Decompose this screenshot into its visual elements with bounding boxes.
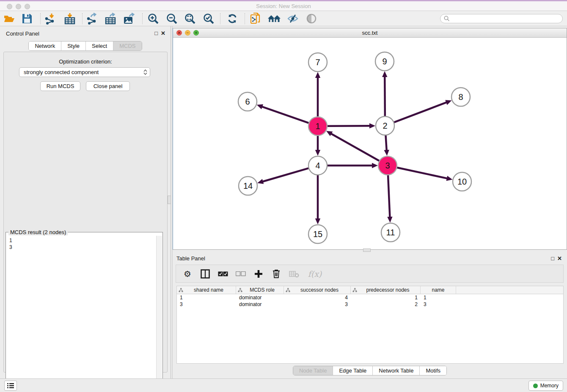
open-file-button[interactable]	[2, 12, 17, 25]
table-cell[interactable]: 4	[284, 294, 351, 301]
save-session-button[interactable]	[20, 12, 34, 25]
show-columns-button[interactable]	[200, 268, 211, 280]
graph-node-label: 11	[386, 228, 395, 237]
column-header-predecessor-nodes[interactable]: predecessor nodes	[351, 286, 421, 294]
graph-edge-3-11[interactable]	[388, 174, 390, 218]
graph-edge-1-6[interactable]	[261, 107, 310, 124]
memory-button[interactable]: Memory	[528, 381, 563, 391]
create-column-button[interactable]	[253, 268, 264, 280]
save-floppy-icon	[22, 13, 33, 24]
task-history-button[interactable]	[4, 381, 17, 391]
graph-edge-2-8[interactable]	[393, 102, 447, 122]
home-layout-button[interactable]	[267, 12, 281, 25]
graph-edge-arrowhead	[257, 104, 263, 109]
toolbar-separator	[82, 13, 83, 24]
run-mcds-button[interactable]: Run MCDS	[40, 81, 80, 91]
graph-edge-2-9[interactable]	[385, 76, 385, 117]
main-toolbar	[0, 11, 567, 26]
export-image-button[interactable]	[122, 12, 136, 25]
table-row[interactable]: 1dominator411	[177, 294, 563, 301]
tab-node-table[interactable]: Node Table	[293, 366, 333, 375]
hide-graphics-details-button[interactable]	[286, 12, 300, 25]
table-cell[interactable]: 1	[421, 294, 456, 301]
clone-network-button[interactable]	[248, 12, 263, 25]
import-network-button[interactable]	[43, 12, 58, 25]
column-header-name[interactable]: name	[421, 286, 456, 294]
table-row[interactable]: 3dominator323	[177, 301, 563, 308]
network-window-titlebar[interactable]: ✕ − + scc.txt	[173, 28, 567, 38]
horizontal-splitter-handle[interactable]	[363, 248, 371, 252]
table-settings-button[interactable]: ⚙	[182, 268, 193, 280]
graph-edge-arrowhead	[369, 123, 375, 128]
fx-icon: f(x)	[308, 269, 322, 279]
tab-mcds[interactable]: MCDS	[113, 41, 141, 50]
criterion-dropdown[interactable]: strongly connected component	[19, 67, 150, 77]
tab-edge-table[interactable]: Edge Table	[333, 366, 372, 375]
close-panel-button[interactable]: Close panel	[86, 81, 130, 91]
search-input[interactable]	[440, 14, 563, 23]
close-panel-icon[interactable]: ✕	[161, 30, 165, 36]
table-cell[interactable]: dominator	[236, 294, 284, 301]
export-network-button[interactable]	[85, 12, 99, 25]
control-panel: Control Panel □ ✕ Network Style Select M…	[0, 26, 171, 378]
table-cell[interactable]: 1	[351, 294, 421, 301]
import-table-button[interactable]	[63, 12, 77, 25]
result-scrollbar[interactable]	[156, 236, 162, 391]
float-table-panel-icon[interactable]: □	[551, 255, 554, 262]
gear-icon: ⚙	[184, 269, 191, 279]
refresh-layout-button[interactable]	[225, 12, 239, 25]
horizontal-splitter[interactable]	[173, 250, 567, 254]
graph-node-label: 2	[383, 121, 387, 130]
tab-select[interactable]: Select	[85, 41, 113, 50]
tab-motifs[interactable]: Motifs	[419, 366, 446, 375]
toolbar-separator	[245, 13, 245, 24]
graph-node-label: 3	[385, 161, 390, 170]
table-panel: Table Panel □ ✕ ⚙	[173, 254, 567, 378]
graph-edge-arrowhead	[315, 218, 320, 224]
delete-column-button[interactable]	[271, 268, 282, 280]
zoom-in-button[interactable]	[146, 12, 160, 25]
graph-edge-4-14[interactable]	[262, 168, 310, 182]
node-table-body: 1dominator4113dominator323	[177, 294, 563, 308]
unselect-all-columns-button[interactable]	[235, 268, 246, 280]
zoom-fit-button[interactable]	[183, 12, 197, 25]
column-header-mcds-role[interactable]: MCDS role	[236, 286, 284, 294]
column-header-shared-name[interactable]: shared name	[177, 286, 236, 294]
table-cell[interactable]: dominator	[236, 301, 284, 308]
vertical-splitter-handle[interactable]	[168, 196, 171, 204]
float-panel-icon[interactable]: □	[154, 30, 158, 36]
table-cell[interactable]: 1	[177, 294, 236, 301]
table-cell[interactable]: 3	[421, 301, 456, 308]
graph-edge-1-2[interactable]	[326, 126, 370, 126]
clone-network-icon	[250, 12, 261, 25]
zoom-out-button[interactable]	[165, 12, 179, 25]
show-graphics-details-button[interactable]	[304, 12, 319, 25]
network-graph: 1234678910111415	[173, 38, 567, 249]
optimization-criterion-label: Optimization criterion:	[4, 58, 167, 65]
export-table-button[interactable]	[103, 12, 118, 25]
export-network-icon	[86, 13, 99, 25]
graph-edge-arrowhead	[315, 72, 320, 78]
graph-edge-3-1[interactable]	[330, 133, 380, 161]
zoom-in-icon	[147, 13, 159, 25]
graph-edge-2-3[interactable]	[385, 134, 386, 151]
table-cell[interactable]: 2	[351, 301, 421, 308]
app-titlebar: Session: New Session	[0, 0, 567, 11]
tab-network-table[interactable]: Network Table	[372, 366, 419, 375]
graph-edge-3-10[interactable]	[396, 167, 448, 178]
column-header-successor-nodes[interactable]: successor nodes	[284, 286, 351, 294]
tab-style[interactable]: Style	[61, 41, 85, 50]
tab-network[interactable]: Network	[29, 41, 61, 50]
unchecked-boxes-icon	[236, 271, 246, 276]
close-table-panel-icon[interactable]: ✕	[557, 255, 562, 262]
node-table: shared name MCDS role successor nodes pr…	[176, 286, 564, 364]
plus-icon	[254, 270, 263, 278]
checked-boxes-icon	[218, 271, 228, 276]
table-cell[interactable]: 3	[284, 301, 351, 308]
select-all-columns-button[interactable]	[217, 268, 228, 280]
zoom-selected-button[interactable]	[201, 12, 216, 25]
toolbar-separator	[220, 13, 220, 24]
table-cell[interactable]: 3	[177, 301, 236, 308]
graph-node-label: 15	[313, 229, 322, 239]
network-canvas[interactable]: 1234678910111415	[173, 38, 567, 249]
